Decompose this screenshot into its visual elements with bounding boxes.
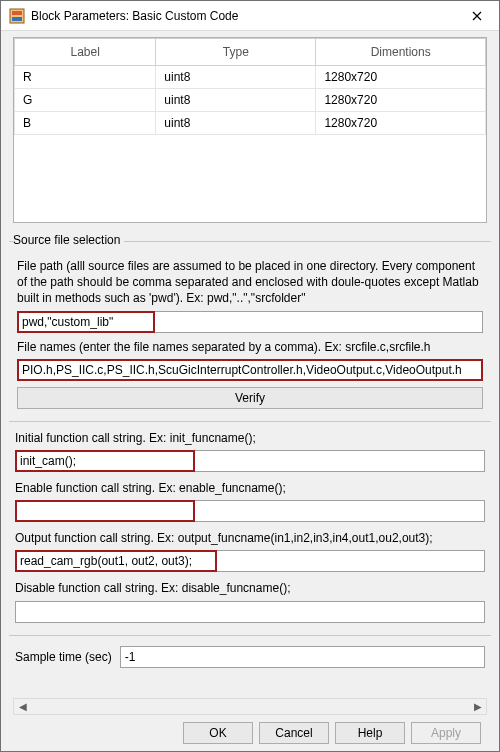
cell-label[interactable]: G [15,89,156,112]
table-row[interactable]: R uint8 1280x720 [15,66,486,89]
disable-func-input[interactable] [15,601,485,623]
output-func-input[interactable] [15,550,485,572]
table-row[interactable]: B uint8 1280x720 [15,112,486,135]
col-label[interactable]: Label [15,39,156,66]
titlebar: Block Parameters: Basic Custom Code [1,1,499,31]
col-type[interactable]: Type [156,39,316,66]
output-func-desc: Output function call string. Ex: output_… [15,530,485,546]
svg-rect-1 [12,11,22,15]
window-title: Block Parameters: Basic Custom Code [31,9,454,23]
cell-type[interactable]: uint8 [156,66,316,89]
scroll-right-icon[interactable]: ▶ [469,699,486,714]
sample-time-label: Sample time (sec) [15,650,112,664]
col-dimensions[interactable]: Dimentions [316,39,486,66]
content: Label Type Dimentions R uint8 1280x720 G… [1,31,499,751]
help-button[interactable]: Help [335,722,405,744]
enable-func-input[interactable] [15,500,485,522]
cell-dim[interactable]: 1280x720 [316,66,486,89]
ok-button[interactable]: OK [183,722,253,744]
cell-type[interactable]: uint8 [156,112,316,135]
enable-func-desc: Enable function call string. Ex: enable_… [15,480,485,496]
svg-rect-2 [12,17,22,21]
app-icon [9,8,25,24]
horizontal-scrollbar[interactable]: ◀ ▶ [13,698,487,715]
cell-label[interactable]: B [15,112,156,135]
table-header-row: Label Type Dimentions [15,39,486,66]
source-group: Source file selection File path (alll so… [9,241,491,409]
cell-type[interactable]: uint8 [156,89,316,112]
dialog-window: Block Parameters: Basic Custom Code Labe… [0,0,500,752]
params-table: Label Type Dimentions R uint8 1280x720 G… [13,37,487,223]
filepath-desc: File path (alll source files are assumed… [17,258,483,307]
close-button[interactable] [454,1,499,31]
cell-label[interactable]: R [15,66,156,89]
apply-button[interactable]: Apply [411,722,481,744]
disable-func-desc: Disable function call string. Ex: disabl… [15,580,485,596]
scroll-left-icon[interactable]: ◀ [14,699,31,714]
cancel-button[interactable]: Cancel [259,722,329,744]
verify-button[interactable]: Verify [17,387,483,409]
table-row[interactable]: G uint8 1280x720 [15,89,486,112]
init-func-desc: Initial function call string. Ex: init_f… [15,430,485,446]
filenames-input[interactable] [17,359,483,381]
filepath-input[interactable] [17,311,483,333]
cell-dim[interactable]: 1280x720 [316,89,486,112]
cell-dim[interactable]: 1280x720 [316,112,486,135]
init-func-input[interactable] [15,450,485,472]
sample-time-input[interactable] [120,646,485,668]
filenames-desc: File names (enter the file names separat… [17,339,483,355]
button-bar: OK Cancel Help Apply [7,715,493,751]
source-group-title: Source file selection [13,233,124,247]
